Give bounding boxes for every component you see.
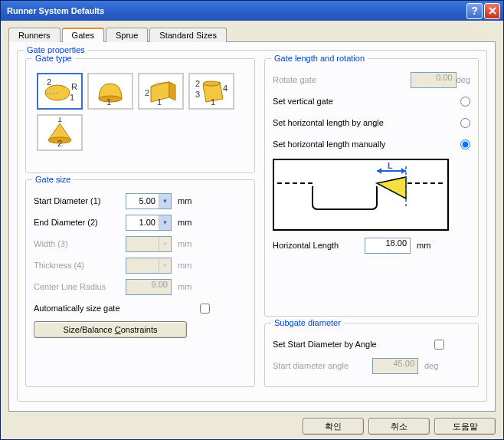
gate-length-rotation-group: Gate length and rotation Rotate gate 0.0…	[264, 58, 479, 317]
content-area: Runners Gates Sprue Standard Sizes Gate …	[1, 21, 503, 439]
gate-size-legend: Gate size	[32, 175, 74, 184]
set-horiz-manual-label: Set horizontal length manually	[273, 140, 385, 149]
deg-label: deg	[457, 75, 470, 84]
tab-sprue[interactable]: Sprue	[106, 28, 148, 42]
svg-text:2: 2	[195, 79, 200, 88]
start-diameter-combo[interactable]: 5.00 ▼	[126, 193, 172, 209]
horizontal-length-input[interactable]: 18.00	[365, 238, 411, 254]
svg-text:1: 1	[57, 117, 62, 123]
svg-text:1: 1	[70, 93, 74, 102]
set-horiz-angle-radio[interactable]	[460, 118, 470, 128]
dialog-window: Runner System Defaults ? Runners Gates S…	[0, 0, 504, 440]
gate-type-2-icon[interactable]: 1	[87, 73, 133, 110]
width-combo: ▼	[126, 236, 172, 252]
rotate-gate-label: Rotate gate	[273, 75, 365, 84]
titlebar: Runner System Defaults ?	[1, 1, 503, 21]
chevron-down-icon: ▼	[159, 194, 171, 209]
help-button[interactable]: 도움말	[434, 418, 496, 435]
start-angle-input: 45.00	[372, 358, 418, 374]
svg-text:4: 4	[223, 84, 227, 93]
start-angle-label: Start diameter angle	[273, 361, 372, 370]
window-title: Runner System Defaults	[4, 6, 465, 15]
unit-label: mm	[178, 282, 201, 291]
svg-text:R: R	[71, 82, 77, 91]
thickness-label: Thickness (4)	[34, 261, 126, 270]
svg-text:1: 1	[211, 97, 215, 107]
start-diameter-label: Start Diameter (1)	[34, 196, 126, 205]
tab-strip: Runners Gates Sprue Standard Sizes	[8, 27, 496, 41]
set-horiz-manual-radio[interactable]	[460, 140, 470, 149]
cancel-button[interactable]: 취소	[368, 418, 430, 435]
end-diameter-label: End Diameter (2)	[34, 218, 126, 227]
gate-type-3-icon[interactable]: 1 2	[138, 73, 184, 110]
gate-type-group: Gate type 2 R 1	[25, 58, 255, 173]
subgate-diameter-group: Subgate diameter Set Start Diameter by A…	[264, 323, 479, 387]
gate-type-legend: Gate type	[32, 54, 75, 63]
close-icon[interactable]	[484, 3, 500, 19]
size-balance-label: Size/Balance Constraints	[64, 325, 158, 334]
set-start-by-angle-label: Set Start Diameter by Angle	[273, 340, 377, 349]
subgate-legend: Subgate diameter	[271, 318, 344, 327]
chevron-down-icon: ▼	[159, 215, 171, 230]
set-vertical-radio[interactable]	[460, 97, 470, 107]
help-icon[interactable]: ?	[466, 3, 483, 19]
gate-size-group: Gate size Start Diameter (1) 5.00 ▼ mm	[25, 179, 255, 387]
unit-label: mm	[178, 196, 201, 205]
unit-label: mm	[417, 241, 440, 250]
chevron-down-icon: ▼	[159, 237, 171, 251]
svg-text:1: 1	[106, 97, 111, 107]
svg-text:3: 3	[195, 90, 200, 99]
tab-panel-gates: Gate properties Gate type 2	[8, 41, 496, 412]
end-diameter-combo[interactable]: 1.00 ▼	[126, 215, 172, 231]
ok-button[interactable]: 확인	[303, 418, 364, 435]
gate-type-4-icon[interactable]: 2 3 4 1	[188, 73, 234, 110]
set-horiz-angle-label: Set horizontal length by angle	[273, 118, 384, 127]
gate-diagram: L	[273, 159, 449, 231]
gate-type-1-icon[interactable]: 2 R 1	[37, 73, 83, 110]
gate-type-5-icon[interactable]: 1 2	[37, 114, 83, 151]
svg-text:2: 2	[47, 77, 51, 87]
unit-label: mm	[178, 218, 201, 227]
set-vertical-label: Set vertical gate	[273, 97, 333, 106]
center-line-radius-input: 9.00	[126, 279, 172, 295]
dialog-footer: 확인 취소 도움말	[8, 412, 496, 435]
rotate-gate-input: 0.00	[411, 72, 457, 88]
tab-runners[interactable]: Runners	[8, 28, 61, 42]
unit-label: mm	[178, 239, 201, 248]
thickness-combo: ▼	[126, 258, 172, 274]
svg-text:2: 2	[57, 139, 62, 148]
tab-gates[interactable]: Gates	[62, 28, 104, 42]
deg-label: deg	[424, 361, 447, 370]
horizontal-length-label: Horizontal Length	[273, 241, 365, 250]
center-line-radius-label: Center Line Radius	[34, 282, 126, 291]
start-diameter-value: 5.00	[126, 196, 159, 205]
gate-properties-group: Gate properties Gate type 2	[17, 50, 487, 402]
set-start-by-angle-checkbox[interactable]	[434, 340, 444, 350]
svg-point-8	[203, 81, 220, 86]
svg-text:1: 1	[157, 97, 162, 107]
auto-size-checkbox[interactable]	[200, 304, 210, 314]
unit-label: mm	[178, 261, 201, 270]
auto-size-label: Automatically size gate	[34, 304, 126, 313]
svg-text:2: 2	[145, 88, 149, 97]
chevron-down-icon: ▼	[159, 258, 171, 273]
svg-rect-18	[313, 180, 377, 186]
width-label: Width (3)	[34, 239, 126, 248]
svg-rect-17	[313, 183, 377, 209]
gate-length-legend: Gate length and rotation	[271, 54, 368, 63]
end-diameter-value: 1.00	[126, 218, 159, 227]
svg-text:L: L	[388, 161, 393, 170]
tab-standard-sizes[interactable]: Standard Sizes	[149, 28, 227, 42]
size-balance-button[interactable]: Size/Balance Constraints	[34, 321, 187, 338]
